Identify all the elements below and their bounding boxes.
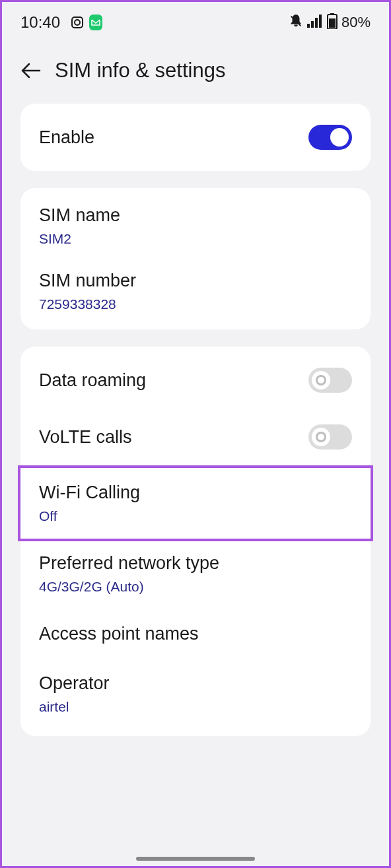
operator-row[interactable]: Operator airtel	[20, 661, 371, 727]
svg-rect-2	[315, 18, 318, 28]
volte-row[interactable]: VoLTE calls	[20, 409, 371, 465]
page-header: SIM info & settings	[2, 40, 389, 104]
wifi-calling-highlight: Wi-Fi Calling Off	[18, 465, 373, 541]
volte-label: VoLTE calls	[39, 427, 132, 448]
sim-number-label: SIM number	[39, 271, 352, 291]
back-arrow-icon[interactable]	[20, 60, 42, 81]
mail-icon	[89, 16, 102, 29]
wifi-calling-row[interactable]: Wi-Fi Calling Off	[20, 468, 371, 539]
data-roaming-label: Data roaming	[39, 370, 146, 391]
enable-toggle[interactable]	[308, 125, 352, 150]
operator-value: airtel	[39, 699, 352, 715]
data-roaming-toggle[interactable]	[308, 368, 352, 393]
svg-rect-3	[319, 15, 322, 28]
sim-info-card: SIM name SIM2 SIM number 7259338328	[20, 188, 371, 329]
instagram-icon	[71, 16, 84, 29]
sim-number-row[interactable]: SIM number 7259338328	[20, 259, 371, 324]
data-roaming-row[interactable]: Data roaming	[20, 352, 371, 409]
enable-row[interactable]: Enable	[20, 109, 371, 166]
status-left: 10:40	[20, 13, 102, 32]
preferred-network-row[interactable]: Preferred network type 4G/3G/2G (Auto)	[20, 541, 371, 607]
notifications-off-icon	[289, 14, 303, 31]
page-title: SIM info & settings	[55, 59, 225, 83]
status-time: 10:40	[20, 13, 60, 32]
volte-toggle[interactable]	[308, 424, 352, 450]
operator-label: Operator	[39, 673, 352, 694]
preferred-network-label: Preferred network type	[39, 553, 352, 574]
svg-rect-6	[329, 18, 336, 28]
signal-icon	[307, 15, 323, 30]
wifi-calling-label: Wi-Fi Calling	[39, 483, 352, 503]
battery-icon	[327, 13, 338, 32]
enable-label: Enable	[39, 127, 94, 148]
svg-rect-1	[311, 21, 314, 28]
status-right: 80%	[289, 13, 371, 32]
sim-name-label: SIM name	[39, 205, 352, 226]
svg-rect-0	[307, 24, 310, 28]
navigation-handle[interactable]	[136, 857, 255, 861]
battery-percent: 80%	[341, 14, 371, 31]
sim-name-row[interactable]: SIM name SIM2	[20, 193, 371, 259]
status-bar: 10:40 80%	[2, 2, 389, 40]
network-settings-card: Data roaming VoLTE calls Wi-Fi Calling O…	[20, 347, 371, 736]
sim-number-value: 7259338328	[39, 296, 352, 312]
sim-name-value: SIM2	[39, 231, 352, 247]
preferred-network-value: 4G/3G/2G (Auto)	[39, 579, 352, 595]
apn-label: Access point names	[39, 624, 352, 644]
enable-card: Enable	[20, 104, 371, 171]
wifi-calling-value: Off	[39, 508, 352, 524]
apn-row[interactable]: Access point names	[20, 607, 371, 661]
